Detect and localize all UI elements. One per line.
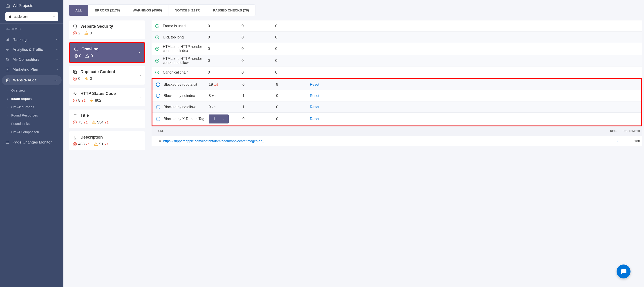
site-name: apple.com xyxy=(14,15,28,18)
nav-rankings[interactable]: Rankings xyxy=(0,35,64,45)
error-icon xyxy=(73,77,77,81)
tab-errors[interactable]: ERRORS (2178) xyxy=(88,5,126,16)
svg-point-4 xyxy=(8,59,8,60)
cat-description[interactable]: Description 483 ▴1 51 ▴1 xyxy=(69,131,145,150)
chevron-right-icon xyxy=(138,74,142,77)
table-row[interactable]: URL too long 0 0 0 xyxy=(152,32,642,43)
url-link[interactable]: https://support.apple.com/content/dam/ed… xyxy=(163,139,267,143)
notice-icon xyxy=(156,117,160,121)
check-circle-icon xyxy=(155,70,160,75)
subnav-found-resources[interactable]: Found Resources xyxy=(0,111,64,120)
issue-name: Blocked by noindex xyxy=(164,94,209,98)
svg-rect-6 xyxy=(6,79,9,82)
check-circle-icon xyxy=(155,35,160,40)
chevron-down-icon xyxy=(56,38,59,42)
tab-warnings[interactable]: WARNINGS (6566) xyxy=(126,5,168,16)
svg-point-46 xyxy=(96,145,96,145)
subnav-crawl-comparison[interactable]: Crawl Comparison xyxy=(0,128,64,136)
all-projects-link[interactable]: All Projects xyxy=(6,3,58,8)
svg-point-22 xyxy=(87,57,88,57)
delta-up: ▴1 xyxy=(105,142,108,146)
tab-passed[interactable]: PASSED CHECKS (76) xyxy=(207,5,255,16)
delta-up: ▴1 xyxy=(105,120,108,124)
check-circle-icon xyxy=(155,46,160,51)
apple-icon xyxy=(8,15,12,18)
warning-icon xyxy=(90,98,94,102)
issue-name: Blocked by robots.txt xyxy=(164,82,209,86)
subnav-overview[interactable]: Overview xyxy=(0,86,64,94)
table-row[interactable]: Canonical chain 0 0 0 xyxy=(152,67,642,78)
cat-title-label: Title xyxy=(80,113,89,118)
svg-point-16 xyxy=(74,48,77,50)
nav-marketing[interactable]: Marketing Plan xyxy=(0,64,64,74)
chat-button[interactable] xyxy=(616,264,630,278)
cat-website-security[interactable]: Website Security 2 0 xyxy=(69,20,145,39)
category-list: Website Security 2 0 Crawling 0 xyxy=(69,20,147,282)
svg-point-40 xyxy=(94,123,94,123)
expanded-pill[interactable]: 1 xyxy=(209,114,229,124)
nav-website-audit[interactable]: Website Audit xyxy=(2,75,62,85)
col-fixed: 0 xyxy=(275,24,309,28)
delta-up: ▴9 xyxy=(214,83,218,86)
table-row[interactable]: Frame is used 0 0 0 xyxy=(152,20,642,32)
sidebar: All Projects apple.com PROJECTS Rankings… xyxy=(0,0,64,287)
table-row[interactable]: Blocked by noindex 8 ▾1 1 0 Reset xyxy=(152,90,641,102)
issues-table: Frame is used 0 0 0 URL too long 0 0 0 H xyxy=(152,20,642,282)
table-row[interactable]: Blocked by nofollow 9 ▾1 1 0 Reset xyxy=(152,102,641,113)
highlighted-rows: Blocked by robots.txt 19 ▴9 0 9 Reset Bl… xyxy=(152,78,642,126)
nav-label: Page Changes Monitor xyxy=(12,140,52,144)
delta-up: ▴1 xyxy=(84,120,88,124)
svg-point-55 xyxy=(158,108,158,108)
cat-title[interactable]: Title 75 ▴1 534 ▴1 xyxy=(69,110,145,128)
svg-rect-5 xyxy=(6,68,9,71)
svg-rect-9 xyxy=(6,141,9,144)
chevron-down-icon xyxy=(52,15,55,18)
svg-point-7 xyxy=(7,80,8,81)
nav-page-changes[interactable]: Page Changes Monitor xyxy=(0,138,64,147)
nav-competitors[interactable]: My Competitors xyxy=(0,55,64,64)
svg-point-3 xyxy=(6,58,8,60)
shield-icon xyxy=(73,24,77,29)
table-row[interactable]: Blocked by X-Robots-Tag 1 0 0 Reset xyxy=(152,113,641,126)
reset-link[interactable]: Reset xyxy=(310,105,319,109)
check-icon xyxy=(6,68,10,72)
hdr-len: URL LENGTH xyxy=(618,130,640,133)
cat-title: Duplicate Content xyxy=(80,70,115,74)
warning-icon xyxy=(84,31,88,35)
table-row[interactable]: Blocked by robots.txt 19 ▴9 0 9 Reset xyxy=(152,79,641,90)
cat-title: Description xyxy=(80,135,103,140)
hdr-ref: REF... xyxy=(597,130,618,133)
svg-line-8 xyxy=(8,81,9,81)
hdr-url: URL xyxy=(154,130,597,133)
cat-duplicate-content[interactable]: Duplicate Content 0 0 xyxy=(69,66,145,84)
notice-icon xyxy=(156,105,160,109)
url-length: 130 xyxy=(618,139,640,143)
reset-link[interactable]: Reset xyxy=(310,82,319,86)
subnav-found-links[interactable]: Found Links xyxy=(0,120,64,128)
warning-icon xyxy=(85,54,89,58)
ref-count[interactable]: 3 xyxy=(597,139,618,143)
tab-notices[interactable]: NOTICES (2327) xyxy=(168,5,207,16)
issue-name: HTML and HTTP header contain nofollow xyxy=(163,57,208,65)
subnav-issue-report[interactable]: Issue Report xyxy=(0,94,64,103)
detail-row[interactable]: https://support.apple.com/content/dam/ed… xyxy=(152,136,642,146)
tab-all[interactable]: ALL xyxy=(69,5,88,16)
cat-http-status[interactable]: HTTP Status Code 8 ▴1 802 xyxy=(69,88,145,106)
chat-icon xyxy=(620,268,627,275)
svg-point-52 xyxy=(158,96,158,97)
table-row[interactable]: HTML and HTTP header contain nofollow 0 … xyxy=(152,55,642,67)
bars-icon xyxy=(6,38,10,42)
cat-crawling[interactable]: Crawling 0 0 xyxy=(69,42,145,63)
nav-label: Rankings xyxy=(12,38,28,42)
reset-link[interactable]: Reset xyxy=(310,117,319,121)
subnav-crawled-pages[interactable]: Crawled Pages xyxy=(0,103,64,111)
nav-analytics[interactable]: Analytics & Traffic xyxy=(0,45,64,55)
issue-name: Canonical chain xyxy=(163,70,208,74)
table-row[interactable]: HTML and HTTP header contain noindex 0 0… xyxy=(152,43,642,55)
delta-down: ▾1 xyxy=(212,105,216,109)
reset-link[interactable]: Reset xyxy=(310,94,319,98)
monitor-icon xyxy=(6,140,10,144)
projects-section-label: PROJECTS xyxy=(6,28,58,31)
chevron-up-icon xyxy=(222,118,224,120)
site-selector[interactable]: apple.com xyxy=(6,12,58,21)
